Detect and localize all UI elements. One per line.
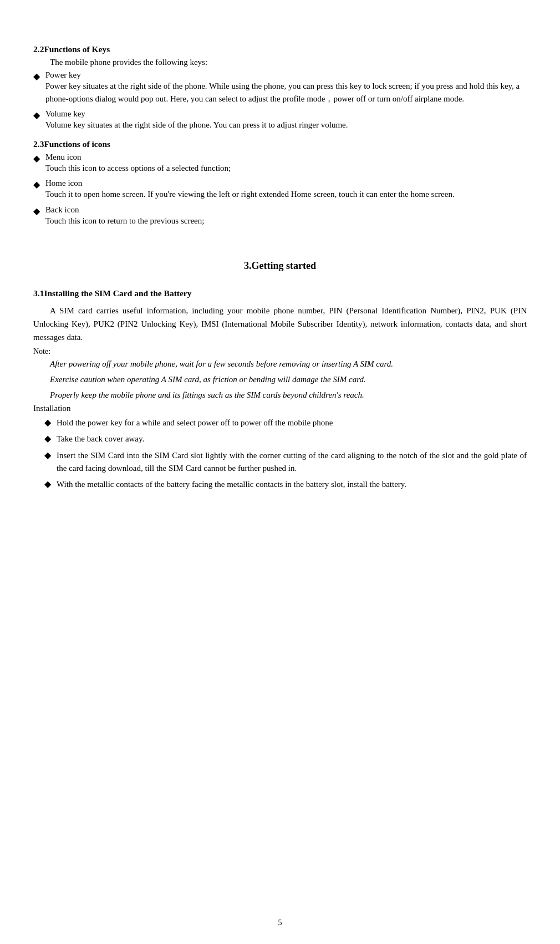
home-icon-desc: Touch it to open home screen. If you're … (45, 188, 527, 201)
section-2-2: 2.2Functions of Keys The mobile phone pr… (33, 44, 527, 131)
menu-icon-desc: Touch this icon to access options of a s… (45, 162, 527, 175)
note-label: Note: (33, 347, 527, 356)
bullet-diamond-back: ◆ (33, 206, 40, 216)
home-icon-content: Home icon Touch it to open home screen. … (45, 179, 527, 201)
volume-key-desc: Volume key situates at the right side of… (45, 119, 527, 131)
back-icon-item: ◆ Back icon Touch this icon to return to… (33, 205, 527, 227)
installation-list: ◆ Hold the power key for a while and sel… (33, 417, 527, 491)
note-item-1: After powering off your mobile phone, wa… (33, 357, 527, 371)
back-icon-content: Back icon Touch this icon to return to t… (45, 205, 527, 227)
install-item-1: ◆ Hold the power key for a while and sel… (33, 417, 527, 429)
bullet-diamond-menu: ◆ (33, 153, 40, 164)
bullet-diamond-install-4: ◆ (44, 479, 51, 489)
back-icon-title: Back icon (45, 205, 527, 215)
install-item-4: ◆ With the metallic contacts of the batt… (33, 478, 527, 491)
power-key-item: ◆ Power key Power key situates at the ri… (33, 70, 527, 105)
bullet-diamond-install-1: ◆ (44, 417, 51, 428)
bullet-diamond-install-2: ◆ (44, 433, 51, 444)
volume-key-item: ◆ Volume key Volume key situates at the … (33, 109, 527, 131)
power-key-content: Power key Power key situates at the righ… (45, 70, 527, 105)
install-content-4: With the metallic contacts of the batter… (57, 478, 527, 491)
note-item-2: Exercise caution when operating A SIM ca… (33, 373, 527, 386)
menu-icon-title: Menu icon (45, 153, 527, 162)
power-key-desc: Power key situates at the right side of … (45, 80, 527, 105)
note-item-3: Properly keep the mobile phone and its f… (33, 388, 527, 402)
bullet-diamond-volume: ◆ (33, 110, 40, 120)
home-icon-title: Home icon (45, 179, 527, 188)
section-3-1: 3.1Installing the SIM Card and the Batte… (33, 288, 527, 491)
volume-key-content: Volume key Volume key situates at the ri… (45, 109, 527, 131)
section-2-3: 2.3Functions of icons ◆ Menu icon Touch … (33, 139, 527, 227)
section-2-2-heading: 2.2Functions of Keys (33, 44, 527, 54)
menu-icon-item: ◆ Menu icon Touch this icon to access op… (33, 153, 527, 175)
section-2-3-heading: 2.3Functions of icons (33, 139, 527, 149)
home-icon-item: ◆ Home icon Touch it to open home screen… (33, 179, 527, 201)
bullet-diamond-install-3: ◆ (44, 450, 51, 460)
menu-icon-content: Menu icon Touch this icon to access opti… (45, 153, 527, 175)
bullet-diamond-power: ◆ (33, 71, 40, 82)
page-container: 2.2Functions of Keys The mobile phone pr… (0, 0, 560, 944)
volume-key-title: Volume key (45, 109, 527, 119)
section-3-1-heading: 3.1Installing the SIM Card and the Batte… (33, 288, 527, 298)
page-number: 5 (278, 918, 282, 927)
back-icon-desc: Touch this icon to return to the previou… (45, 215, 527, 227)
install-item-2: ◆ Take the back cover away. (33, 433, 527, 445)
install-content-1: Hold the power key for a while and selec… (57, 417, 527, 429)
power-key-title: Power key (45, 70, 527, 80)
install-content-3: Insert the SIM Card into the SIM Card sl… (57, 449, 527, 475)
section-2-2-intro: The mobile phone provides the following … (50, 58, 527, 67)
section-3-1-paragraph: A SIM card carries useful information, i… (33, 304, 527, 344)
install-content-2: Take the back cover away. (57, 433, 527, 445)
chapter-3-heading: 3.Getting started (33, 260, 527, 272)
bullet-diamond-home: ◆ (33, 179, 40, 190)
install-item-3: ◆ Insert the SIM Card into the SIM Card … (33, 449, 527, 475)
installation-label: Installation (33, 404, 527, 413)
